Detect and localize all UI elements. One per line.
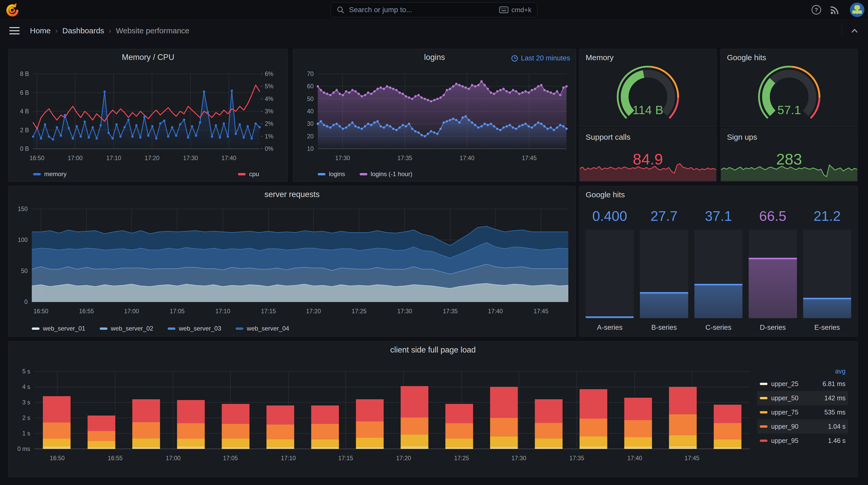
bar-gauge-fill [749,258,797,318]
svg-text:4 B: 4 B [20,108,29,115]
menu-toggle-icon[interactable] [9,26,20,36]
legend-row[interactable]: upper_75535 ms [757,405,848,419]
legend-swatch [760,411,768,414]
legend-item[interactable]: web_server_01 [32,325,85,332]
panel-title[interactable]: Support calls [586,133,630,141]
client-load-chart[interactable]: 0 ms1 s2 s3 s4 s5 s16:5016:5517:0017:051… [8,342,858,477]
panel-google-hits-gauge: Google hits 57.1 [720,49,858,127]
svg-text:17:40: 17:40 [460,155,474,161]
breadcrumb-dashboards[interactable]: Dashboards [62,26,104,35]
bar-gauge-value: 27.7 [640,208,688,224]
help-button[interactable]: ? [809,3,824,17]
bar-gauge-column: 66.5D-series [749,208,797,332]
svg-text:60: 60 [307,83,314,90]
memory-gauge: 114 B [580,60,716,126]
legend-row[interactable]: upper_256.81 ms [757,377,848,391]
svg-text:2 B: 2 B [20,127,29,133]
svg-text:1%: 1% [265,133,273,140]
legend-swatch [168,327,176,330]
bar-gauge-fill [694,284,742,318]
bar-gauge-track [803,230,851,318]
legend-label: upper_95 [771,437,828,445]
bar-gauge-label: E-series [803,318,851,332]
breadcrumb-home[interactable]: Home [30,26,51,35]
svg-text:8 B: 8 B [20,70,29,77]
svg-text:4 s: 4 s [22,384,30,390]
svg-text:17:40: 17:40 [221,155,237,161]
legend-swatch [33,173,41,175]
bar-gauge-label: D-series [749,318,797,332]
svg-text:57.1: 57.1 [777,103,801,117]
bar-gauge: 0.400A-series27.7B-series37.1C-series66.… [586,208,851,332]
legend-label: memory [44,170,67,178]
svg-text:0 ms: 0 ms [17,446,30,452]
legend-item[interactable]: web_server_03 [168,325,221,332]
legend-item[interactable]: web_server_02 [100,325,153,332]
legend-swatch [236,327,243,330]
legend-avg-value: 1.46 s [828,437,845,445]
legend-item[interactable]: logins (-1 hour) [360,170,412,178]
legend-item[interactable]: memory [33,170,67,178]
legend-item[interactable]: cpu [238,170,259,178]
kiosk-mode-button[interactable] [848,25,861,37]
svg-text:30: 30 [307,120,314,127]
legend-swatch [32,327,39,330]
bar-gauge-value: 66.5 [749,208,797,224]
user-avatar[interactable] [850,3,864,17]
bar-gauge-column: 0.400A-series [586,208,634,332]
google-hits-gauge: 57.1 [721,60,858,126]
search-input[interactable] [348,5,499,14]
breadcrumb-current: Website performance [116,26,189,35]
svg-text:17:05: 17:05 [223,455,238,461]
breadcrumb: Home › Dashboards › Website performance [30,20,189,41]
legend-row[interactable]: upper_50142 ms [757,391,848,405]
svg-text:16:55: 16:55 [79,308,94,315]
svg-text:17:15: 17:15 [338,455,353,461]
svg-text:17:00: 17:00 [124,308,139,315]
support-calls-sparkline [580,157,716,181]
avatar-icon [850,3,864,17]
memory-cpu-chart[interactable]: 0 B2 B4 B6 B8 B16:5017:0017:1017:2017:30… [8,49,287,181]
bar-gauge-column: 27.7B-series [640,208,688,332]
svg-text:0%: 0% [265,146,273,152]
panel-title[interactable]: Google hits [586,190,625,199]
top-nav-bar: cmd+k ? [0,0,868,20]
svg-text:4%: 4% [265,96,273,102]
logins-chart[interactable]: 1020304050607017:3017:3517:4017:45 [293,49,576,181]
svg-text:6%: 6% [265,70,273,77]
server-requests-chart[interactable]: 05010015016:5016:5517:0017:0517:1017:151… [8,186,576,336]
svg-text:17:10: 17:10 [106,155,121,161]
svg-text:5%: 5% [265,83,273,90]
svg-text:114 B: 114 B [632,103,663,117]
svg-text:3%: 3% [265,108,273,115]
legend-swatch [360,173,367,175]
legend-label: web_server_01 [43,325,85,332]
bar-gauge-track [640,230,688,318]
panel-title[interactable]: Sign ups [727,133,757,141]
svg-text:0: 0 [24,298,28,305]
legend-swatch [760,383,768,385]
legend-row[interactable]: upper_901.04 s [757,419,848,433]
legend-item[interactable]: web_server_04 [236,325,289,332]
svg-text:?: ? [814,7,818,13]
svg-text:17:30: 17:30 [183,155,198,161]
svg-text:17:45: 17:45 [522,155,537,161]
svg-text:17:30: 17:30 [335,155,350,161]
svg-text:17:20: 17:20 [145,155,160,161]
bar-gauge-fill [586,316,634,318]
keyboard-icon [499,6,508,13]
legend-swatch [238,173,246,175]
search-box[interactable]: cmd+k [331,2,537,17]
chevron-right-icon: › [55,27,58,35]
svg-text:40: 40 [307,108,314,115]
legend-item[interactable]: logins [318,170,345,178]
bar-gauge-value: 21.2 [803,208,851,224]
grafana-logo-icon[interactable] [5,2,20,18]
svg-text:17:10: 17:10 [215,308,230,315]
svg-text:2%: 2% [265,120,273,127]
legend-row[interactable]: upper_951.46 s [757,433,848,448]
chevron-right-icon: › [109,27,111,35]
svg-text:17:00: 17:00 [68,155,83,161]
news-button[interactable] [828,3,842,17]
legend-swatch [760,440,768,442]
